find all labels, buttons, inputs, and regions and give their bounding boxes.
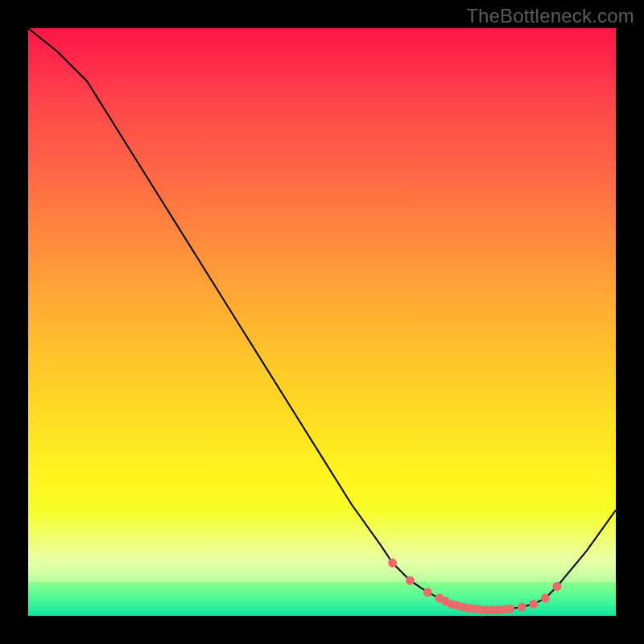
chart-frame: TheBottleneck.com (0, 0, 644, 644)
marker-dot (388, 559, 397, 568)
marker-dot (518, 603, 526, 612)
marker-dot (406, 576, 415, 585)
bottleneck-markers (388, 559, 561, 614)
marker-dot (553, 582, 562, 591)
marker-dot (506, 605, 514, 613)
bottleneck-curve (28, 28, 616, 610)
marker-dot (423, 588, 432, 597)
plot-area (28, 28, 616, 616)
marker-dot (529, 600, 538, 609)
watermark-text: TheBottleneck.com (466, 5, 634, 27)
marker-dot (541, 594, 550, 603)
chart-svg (28, 28, 616, 616)
